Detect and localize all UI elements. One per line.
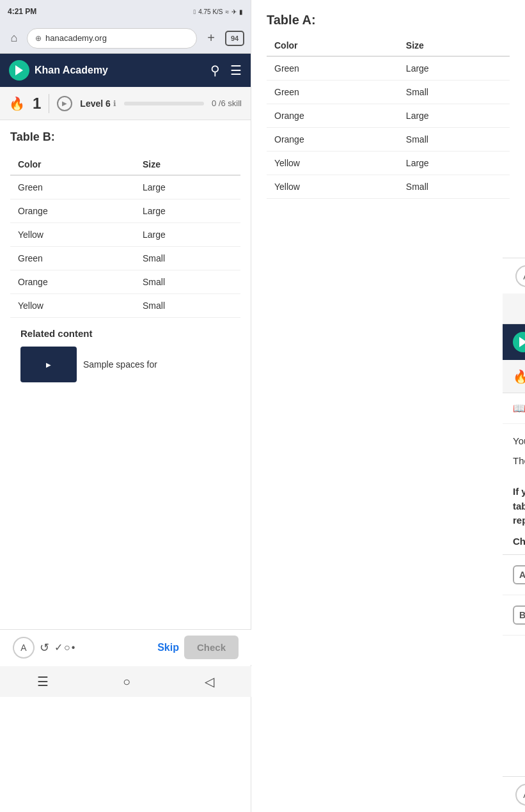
question-bold: If you randomly pick the color and size,… <box>513 485 525 528</box>
cell-color: Yellow <box>267 152 398 175</box>
cell-color: Green <box>10 247 135 270</box>
ka-nav-right-left: ⚲ ☰ <box>210 63 242 78</box>
cell-size: Small <box>135 247 240 270</box>
ka-logo-overlay[interactable]: Khan Academy <box>513 332 525 352</box>
table-a-section-top: Table A: Color Size GreenLargeGreenSmall… <box>251 0 525 199</box>
table-b-col-color: Color <box>10 154 135 175</box>
progress-track-left <box>124 102 204 105</box>
cell-size: Large <box>398 56 510 81</box>
table-row: YellowLarge <box>10 223 240 247</box>
hint-button-top-right[interactable]: A <box>515 265 525 287</box>
facebook-icon:  <box>193 8 196 15</box>
table-row: GreenLarge <box>10 175 240 199</box>
choose-label: Choose all answers that apply: <box>503 536 525 555</box>
cell-size: Large <box>135 175 240 199</box>
table-b: Color Size GreenLargeOrangeLargeYellowLa… <box>10 154 240 318</box>
circle-icon-left: ○ <box>64 642 70 653</box>
cell-size: Small <box>135 270 240 294</box>
cell-color: Green <box>267 56 398 81</box>
streak-number-left: 1 <box>33 95 41 113</box>
cell-size: Small <box>398 128 510 152</box>
table-row: OrangeSmall <box>267 128 510 152</box>
play-button-left[interactable]: ▶ <box>57 96 72 111</box>
info-icon-left: ℹ <box>113 99 116 108</box>
nav-bar-bottom-left: ☰ ○ ◁ <box>0 666 251 697</box>
search-icon-left[interactable]: ⚲ <box>210 63 220 78</box>
check-button-left[interactable]: Check <box>184 636 239 659</box>
status-bar: 4:21 PM  4.75 K/S ≈ ✈ ▮ <box>0 0 251 23</box>
cell-color: Orange <box>10 199 135 223</box>
svg-marker-0 <box>15 65 23 75</box>
tabs-count-button[interactable]: 94 <box>225 31 244 46</box>
signal-strength: 4.75 K/S <box>198 8 223 15</box>
bottom-action-overlay: A ↺ ✓○• Skip Check <box>503 776 525 812</box>
cell-size: Large <box>135 223 240 247</box>
cell-color: Yellow <box>10 223 135 247</box>
question-body: You're picking out water balloons. There… <box>503 424 525 536</box>
hint-button-overlay[interactable]: A <box>515 784 525 806</box>
right-panel: Table A: Color Size GreenLargeGreenSmall… <box>251 0 525 812</box>
answer-badge: B <box>513 605 525 625</box>
fire-emoji-left: 🔥 <box>9 96 25 111</box>
table-row: YellowLarge <box>267 152 510 175</box>
cell-size: Large <box>135 199 240 223</box>
ka-overlay-panel: Khan Academy ⚲ ☰ 🔥 1 ▶ Level 6 ℹ 0 /6 sk… <box>503 324 525 812</box>
table-row: OrangeLarge <box>267 104 510 128</box>
table-row: YellowSmall <box>10 294 240 318</box>
menu-icon-left[interactable]: ☰ <box>230 63 242 78</box>
hamburger-icon-bottom-left[interactable]: ☰ <box>37 674 49 689</box>
level-info-left: Level 6 ℹ <box>80 98 116 109</box>
cell-color: Orange <box>10 270 135 294</box>
cell-size: Large <box>398 152 510 175</box>
bottom-toolbar-left: A ↺ ✓ ○ • Skip Check <box>0 629 251 665</box>
ka-logo-left[interactable]: Khan Academy <box>9 60 108 81</box>
related-content-section: Related content ▶ Sample spaces for <box>10 318 240 393</box>
reload-button-left[interactable]: ↺ <box>40 641 49 655</box>
answer-badge: A <box>513 565 525 584</box>
answer-options-container: A Table A B Table B <box>503 555 525 636</box>
back-icon-bottom-left[interactable]: ◁ <box>205 674 214 689</box>
ka-progress-area-left: 🔥 1 ▶ Level 6 ℹ 0 /6 skill <box>0 87 251 120</box>
question-line1: You're picking out water balloons. <box>513 434 525 449</box>
ka-content-left: Table B: Color Size GreenLargeOrangeLarg… <box>0 120 251 393</box>
add-tab-button[interactable]: + <box>202 29 220 47</box>
home-icon[interactable]: ⌂ <box>6 31 22 46</box>
url-icon: ⊕ <box>35 34 42 43</box>
cell-size: Small <box>135 294 240 318</box>
home-circle-icon-bottom-left[interactable]: ○ <box>123 675 130 689</box>
cell-size: Small <box>398 175 510 199</box>
cell-color: Orange <box>267 128 398 152</box>
table-a-col-color: Color <box>267 35 398 56</box>
question-line2: There are 3 colors and 2 sizes. <box>513 454 525 469</box>
table-row: GreenLarge <box>267 56 510 81</box>
table-row: OrangeLarge <box>10 199 240 223</box>
cell-color: Orange <box>267 104 398 128</box>
wifi-icon: ≈ <box>226 8 230 15</box>
table-row: YellowSmall <box>267 175 510 199</box>
resource-link[interactable]: 📖 Sample spaces for compound events <box>503 393 525 424</box>
cell-color: Yellow <box>10 294 135 318</box>
table-row: GreenSmall <box>10 247 240 270</box>
ka-logo-icon-overlay <box>513 332 525 352</box>
table-a-col-size: Size <box>398 35 510 56</box>
url-bar[interactable]: ⊕ hanacademy.org <box>27 28 197 49</box>
skills-text-left: 0 /6 skill <box>212 98 242 108</box>
dot-icon-left: • <box>72 642 75 653</box>
related-thumbnail: ▶ <box>20 347 77 382</box>
related-item[interactable]: ▶ Sample spaces for <box>20 347 230 382</box>
ka-overlay-navbar: Khan Academy ⚲ ☰ <box>503 324 525 360</box>
hint-button-left[interactable]: A <box>13 637 35 659</box>
cell-color: Green <box>10 175 135 199</box>
battery-icon: ▮ <box>239 8 243 15</box>
answer-option[interactable]: B Table B <box>503 595 525 636</box>
skip-button-left[interactable]: Skip <box>157 642 179 653</box>
answer-option[interactable]: A Table A <box>503 555 525 595</box>
related-title: Related content <box>20 328 230 339</box>
fire-emoji-overlay: 🔥 <box>513 369 525 384</box>
status-time: 4:21 PM <box>8 7 36 16</box>
nav-bar-right-top: ☰ ○ ◁ <box>503 293 525 324</box>
bottom-action-top: A ↺ ✓○• Skip Check <box>503 258 525 293</box>
left-panel: 4:21 PM  4.75 K/S ≈ ✈ ▮ ⌂ ⊕ hanacademy.… <box>0 0 251 812</box>
table-b-col-size: Size <box>135 154 240 175</box>
divider-left <box>49 94 49 113</box>
